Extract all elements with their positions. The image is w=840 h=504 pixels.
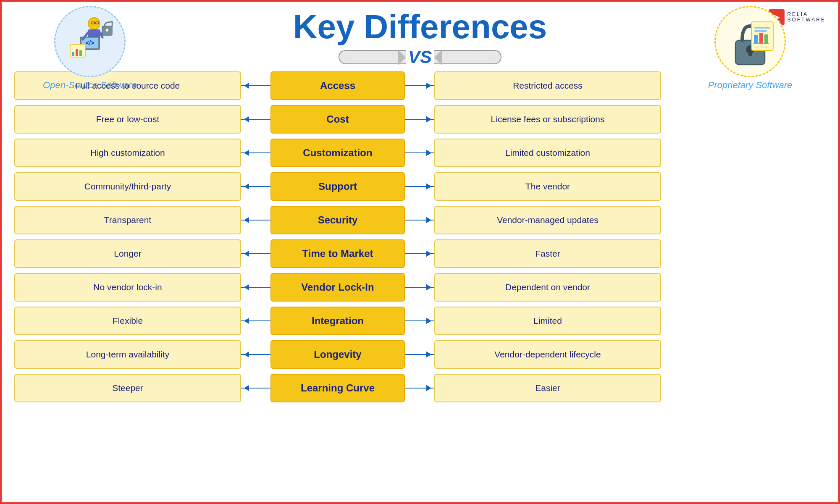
svg-text:</>: </>: [86, 39, 94, 46]
arrow-left-9: [241, 388, 270, 388]
comparison-row-3: Community/third-party Support The vendor: [14, 172, 826, 201]
center-cell-7: Integration: [270, 307, 405, 335]
arrow-right-1: [405, 119, 434, 120]
arrow-right-6: [405, 287, 434, 288]
svg-rect-20: [754, 27, 770, 29]
header: </> Open-Source Software Key Differences…: [2, 2, 838, 71]
left-cell-1: Free or low-cost: [14, 105, 241, 134]
right-cell-9: Easier: [434, 374, 661, 402]
arrow-right-5: [405, 253, 434, 254]
center-cell-0: Access: [270, 71, 405, 100]
right-cell-2: Limited customization: [434, 139, 661, 167]
comparison-row-4: Transparent Security Vendor-managed upda…: [14, 206, 826, 234]
arrow-left-3: [241, 186, 270, 187]
arrow-left-5: [241, 253, 270, 254]
center-cell-4: Security: [270, 206, 405, 234]
svg-rect-10: [76, 49, 78, 56]
arrow-left-4: [241, 220, 270, 220]
left-cell-2: High customization: [14, 139, 241, 167]
comparison-row-2: High customization Customization Limited…: [14, 139, 826, 167]
arrow-left-6: [241, 287, 270, 288]
arrow-right-2: [405, 152, 434, 153]
left-cell-4: Transparent: [14, 206, 241, 234]
center-cell-1: Cost: [270, 105, 405, 134]
center-cell-3: Support: [270, 172, 405, 201]
comparison-row-7: Flexible Integration Limited: [14, 307, 826, 335]
center-cell-9: Learning Curve: [270, 374, 405, 402]
arrow-left-1: [241, 119, 270, 120]
svg-rect-9: [72, 52, 74, 56]
comparison-row-1: Free or low-cost Cost License fees or su…: [14, 105, 826, 134]
center-cell-6: Vendor Lock-In: [270, 273, 405, 302]
vs-text: VS: [408, 47, 432, 67]
oss-illustration: </>: [63, 14, 117, 69]
prop-dotted-circle: [714, 6, 786, 77]
vs-arrow-left: [339, 50, 406, 64]
title-section: Key Differences VS: [293, 10, 547, 67]
rows-container: Full access to source code Access Restri…: [2, 71, 838, 402]
center-cell-2: Customization: [270, 139, 405, 167]
svg-rect-24: [764, 34, 768, 44]
arrow-right-0: [405, 85, 434, 86]
comparison-row-9: Steeper Learning Curve Easier: [14, 374, 826, 402]
oss-dashed-circle: </>: [54, 6, 126, 77]
svg-rect-22: [754, 35, 758, 44]
prop-icon-section: Proprietary Software: [696, 6, 805, 91]
right-cell-5: Faster: [434, 239, 661, 268]
right-cell-3: The vendor: [434, 172, 661, 201]
left-cell-3: Community/third-party: [14, 172, 241, 201]
oss-icon-section: </> Open-Source Software: [35, 6, 144, 91]
arrow-left-2: [241, 152, 270, 153]
right-cell-0: Restricted access: [434, 71, 661, 100]
vs-container: VS: [339, 47, 501, 67]
left-cell-8: Long-term availability: [14, 340, 241, 369]
left-cell-5: Longer: [14, 239, 241, 268]
right-cell-1: License fees or subscriptions: [434, 105, 661, 134]
comparison-row-5: Longer Time to Market Faster: [14, 239, 826, 268]
vs-arrow-right: [434, 50, 501, 64]
arrow-right-8: [405, 354, 434, 355]
center-cell-8: Longevity: [270, 340, 405, 369]
arrow-right-3: [405, 186, 434, 187]
prop-illustration: [723, 14, 777, 69]
right-cell-6: Dependent on vendor: [434, 273, 661, 302]
right-cell-7: Limited: [434, 307, 661, 335]
arrow-right-7: [405, 320, 434, 321]
svg-point-13: [106, 29, 108, 32]
svg-rect-21: [754, 30, 767, 32]
right-cell-4: Vendor-managed updates: [434, 206, 661, 234]
center-cell-5: Time to Market: [270, 239, 405, 268]
right-cell-8: Vendor-dependent lifecycle: [434, 340, 661, 369]
comparison-row-8: Long-term availability Longevity Vendor-…: [14, 340, 826, 369]
arrow-right-4: [405, 220, 434, 220]
svg-rect-11: [79, 50, 82, 56]
arrow-left-8: [241, 354, 270, 355]
arrow-left-0: [241, 85, 270, 86]
left-cell-9: Steeper: [14, 374, 241, 402]
svg-rect-18: [748, 50, 752, 56]
main-title: Key Differences: [293, 10, 547, 44]
prop-label: Proprietary Software: [708, 80, 793, 91]
arrow-right-9: [405, 388, 434, 388]
oss-label: Open-Source Software: [43, 80, 137, 91]
comparison-row-6: No vendor lock-in Vendor Lock-In Depende…: [14, 273, 826, 302]
arrow-left-7: [241, 320, 270, 321]
left-cell-7: Flexible: [14, 307, 241, 335]
svg-rect-23: [759, 33, 763, 44]
left-cell-6: No vendor lock-in: [14, 273, 241, 302]
